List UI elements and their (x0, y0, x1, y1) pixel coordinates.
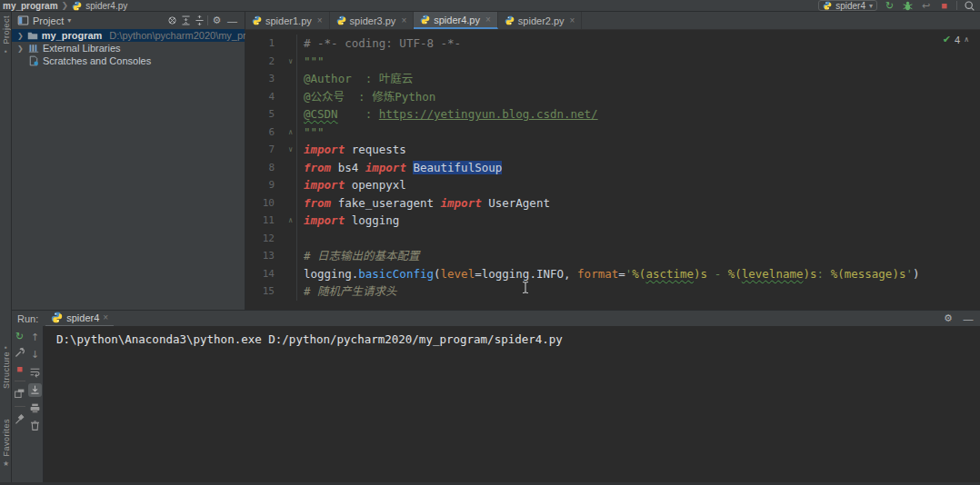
up-arrow-icon[interactable]: ↑ (31, 332, 39, 343)
minimize-icon[interactable]: — (225, 15, 239, 26)
inspection-widget[interactable]: ✔ 4 ∧ (943, 34, 969, 45)
breadcrumb-file[interactable]: spider4.py (85, 1, 127, 11)
project-panel-title: Project (33, 15, 64, 26)
run-configuration-select[interactable]: spider4 ▾ (818, 0, 877, 11)
code-line-4[interactable]: 4@公众号 : 修炼Python (245, 88, 980, 106)
python-icon (252, 15, 262, 25)
mouse-ibeam-cursor (522, 281, 529, 294)
line-number: 12 (245, 230, 275, 248)
toolbar-divider (207, 15, 208, 25)
code-text: from fake_useragent import UserAgent (296, 194, 980, 213)
rerun-button[interactable]: ↻ (14, 332, 25, 341)
locate-file-icon[interactable] (166, 15, 178, 26)
close-icon[interactable]: × (401, 15, 406, 25)
code-line-10[interactable]: 10from fake_useragent import UserAgent (245, 194, 980, 213)
code-line-8[interactable]: 8from bs4 import BeautifulSoup (245, 159, 980, 177)
close-icon[interactable]: × (103, 312, 108, 322)
scroll-to-end-icon[interactable] (28, 383, 42, 397)
code-editor[interactable]: 1# -*- coding: UTF-8 -*-2∨"""3@Author : … (245, 30, 980, 310)
stripe-favorites-button[interactable]: Favorites ★ (0, 419, 12, 468)
print-icon[interactable] (29, 402, 41, 414)
settings-gear-icon[interactable]: ⚙ (210, 15, 224, 26)
run-toolbar: ↻■ ↑↓ (12, 326, 44, 482)
python-icon (336, 15, 346, 25)
debug-button[interactable] (902, 0, 914, 12)
resume-button[interactable]: ↩ (920, 1, 932, 11)
stop-button[interactable]: ■ (938, 1, 950, 11)
chevron-right-icon[interactable]: ❯ (17, 45, 25, 53)
stripe-structure-button[interactable]: ▪ Structure (0, 341, 12, 389)
tree-item-name: Scratches and Consoles (43, 55, 151, 66)
chevron-down-icon: ▾ (869, 2, 873, 10)
code-line-1[interactable]: 1# -*- coding: UTF-8 -*- (245, 35, 980, 53)
tree-item-external-libraries[interactable]: ❯External Libraries (12, 42, 245, 54)
code-line-3[interactable]: 3@Author : 叶庭云 (245, 70, 980, 88)
minimize-icon[interactable]: — (962, 313, 975, 324)
fold-icon[interactable]: ∧ (275, 124, 296, 142)
chevron-right-icon[interactable]: ❯ (17, 32, 24, 40)
fold-gutter (275, 159, 296, 177)
line-number: 8 (245, 159, 275, 177)
code-line-15[interactable]: 15# 随机产生请求头 (245, 282, 980, 301)
editor-tab-spider1[interactable]: spider1.py× (245, 12, 330, 29)
run-tab[interactable]: spider4 × (45, 311, 114, 327)
run-panel-label: Run: (17, 313, 38, 324)
editor-tab-spider4[interactable]: spider4.py× (414, 12, 498, 29)
code-text: import requests (296, 141, 980, 159)
editor-tab-spider2[interactable]: spider2.py× (498, 12, 583, 29)
python-file-icon (72, 1, 82, 11)
stop-button[interactable]: ■ (14, 364, 25, 374)
settings-wrench-icon[interactable] (14, 347, 25, 359)
restore-layout-icon[interactable] (14, 388, 25, 400)
toolbar-divider (15, 381, 25, 381)
stripe-favorites-label: Favorites (2, 419, 11, 457)
project-tree: ❯my_programD:\python\pycharm2020\my_prog… (12, 29, 245, 67)
inspection-count: 4 (955, 35, 960, 45)
editor-tab-spider3[interactable]: spider3.py× (330, 12, 415, 29)
code-text: """ (296, 124, 980, 142)
code-text: import openpyxl (296, 176, 980, 194)
code-line-12[interactable]: 12 (245, 230, 980, 248)
code-line-11[interactable]: 11∧import logging (245, 212, 980, 230)
code-line-6[interactable]: 6∧""" (245, 124, 980, 142)
line-number: 5 (245, 105, 275, 124)
tree-item-my-program[interactable]: ❯my_programD:\python\pycharm2020\my_prog… (12, 29, 245, 42)
run-console[interactable]: D:\python\Anaconda3\python.exe D:/python… (44, 326, 980, 482)
expand-all-icon[interactable] (194, 15, 205, 26)
code-line-13[interactable]: 13# 日志输出的基本配置 (245, 247, 980, 265)
clear-all-icon[interactable] (29, 420, 41, 431)
python-icon (505, 15, 515, 25)
stripe-project-button[interactable]: Project ▪ (0, 15, 12, 55)
breadcrumb-project[interactable]: my_program (3, 1, 58, 11)
line-number: 2 (245, 53, 275, 71)
fold-gutter (275, 194, 296, 213)
code-line-9[interactable]: 9import openpyxl (245, 176, 980, 194)
collapse-all-icon[interactable] (180, 15, 192, 26)
settings-gear-icon[interactable]: ⚙ (942, 312, 955, 324)
soft-wrap-icon[interactable] (29, 366, 41, 378)
panel-icon (17, 15, 29, 26)
fold-gutter (275, 282, 296, 301)
console-command-line: D:\python\Anaconda3\python.exe D:/python… (44, 326, 980, 346)
code-line-7[interactable]: 7∨import requests (245, 141, 980, 159)
close-icon[interactable]: × (570, 15, 575, 25)
python-icon (420, 15, 430, 25)
fold-icon[interactable]: ∨ (275, 141, 296, 159)
fold-icon[interactable]: ∧ (275, 212, 296, 230)
code-line-14[interactable]: 14logging.basicConfig(level=logging.INFO… (245, 265, 980, 283)
chevron-up-icon[interactable]: ∧ (964, 35, 969, 44)
tree-item-scratches-and-consoles[interactable]: Scratches and Consoles (12, 54, 245, 67)
close-icon[interactable]: × (485, 15, 491, 25)
search-everywhere-icon[interactable] (964, 0, 975, 12)
toolbar-divider (956, 1, 957, 10)
down-arrow-icon[interactable]: ↓ (31, 349, 39, 361)
fold-gutter (275, 35, 296, 53)
close-icon[interactable]: × (317, 15, 323, 25)
project-view-select[interactable]: Project ▾ (17, 15, 71, 26)
fold-icon[interactable]: ∨ (275, 53, 296, 71)
pin-icon[interactable] (14, 413, 25, 425)
code-line-5[interactable]: 5@CSDN : https://yetingyun.blog.csdn.net… (245, 105, 980, 124)
code-text: """ (296, 53, 980, 71)
rerun-button[interactable]: ↻ (884, 1, 895, 11)
code-line-2[interactable]: 2∨""" (245, 53, 980, 71)
